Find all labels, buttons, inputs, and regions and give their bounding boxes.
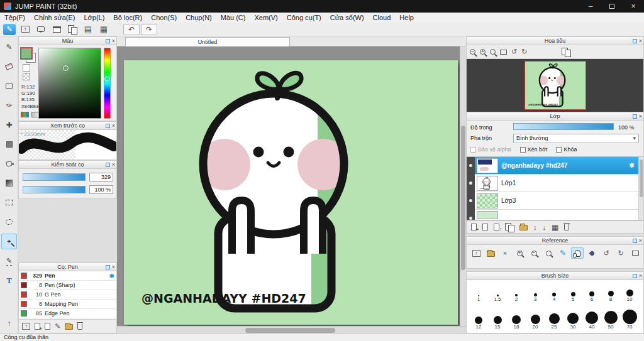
- menu-item-view[interactable]: Xem(V): [250, 13, 282, 23]
- select-pen-tool[interactable]: ✎: [1, 253, 17, 269]
- lock-option[interactable]: Khóa: [556, 146, 577, 153]
- eyedropper-icon[interactable]: [586, 247, 598, 259]
- float-panel-icon[interactable]: [633, 114, 637, 119]
- minimize-button[interactable]: –: [580, 0, 601, 13]
- eye-icon[interactable]: [469, 217, 472, 220]
- lock-checkbox[interactable]: [556, 147, 562, 153]
- navigator-header[interactable]: Hoa tiêu ×: [467, 37, 643, 45]
- brush-opacity-slider[interactable]: [23, 186, 86, 193]
- layer-pages-icon[interactable]: [505, 223, 514, 231]
- layer-scroll-thumb[interactable]: [640, 160, 643, 197]
- close-panel-icon[interactable]: ×: [112, 38, 115, 43]
- navigator-thumbnail[interactable]: [525, 61, 586, 110]
- rotate-left-icon[interactable]: ↺: [600, 247, 613, 259]
- alpha-protect-option[interactable]: Bảo vệ alpha: [470, 146, 511, 153]
- flatten-icon[interactable]: ▦: [552, 223, 558, 232]
- layer-row-lop1[interactable]: Lớp1: [475, 175, 638, 192]
- brush-settings-gear-icon[interactable]: ✱: [109, 273, 114, 279]
- close-panel-icon[interactable]: ×: [639, 238, 642, 243]
- eye-icon[interactable]: [469, 164, 472, 167]
- menu-item-cloud[interactable]: Cloud: [369, 13, 396, 23]
- eye-icon[interactable]: [469, 199, 472, 202]
- flip-view-icon[interactable]: [562, 48, 570, 56]
- duplicate-layer-icon[interactable]: [482, 224, 488, 230]
- eye-icon[interactable]: [469, 181, 472, 185]
- brush-size-option[interactable]: 3: [526, 281, 545, 303]
- close-panel-icon[interactable]: ×: [112, 123, 115, 128]
- brush-opacity-value[interactable]: 100 %: [89, 185, 113, 194]
- pen-tool[interactable]: ✎: [1, 39, 17, 55]
- import-brush-icon[interactable]: ↑: [22, 323, 30, 330]
- menu-item-window[interactable]: Cửa sổ(W): [326, 13, 369, 23]
- brush-control-header[interactable]: Kiểm soát cọ ×: [19, 161, 116, 169]
- open-folder-icon[interactable]: [484, 247, 497, 259]
- menu-item-filter[interactable]: Bộ lọc(R): [109, 13, 147, 23]
- brush-size-option[interactable]: 4: [545, 281, 564, 303]
- menu-item-select[interactable]: Chọn(S): [147, 13, 181, 23]
- layer-row-partial[interactable]: [475, 210, 638, 220]
- zoom-actual-icon[interactable]: [500, 50, 507, 55]
- brush-row-g-pen[interactable]: 10 G Pen: [19, 290, 116, 300]
- delete-brush-icon[interactable]: [77, 323, 82, 330]
- brush-size-option[interactable]: 50: [601, 303, 620, 330]
- brush-size-option[interactable]: 25: [545, 303, 564, 330]
- menu-item-file[interactable]: Tệp(F): [0, 13, 30, 23]
- merge-down-icon[interactable]: ↓: [543, 224, 547, 231]
- layer-row-lop3[interactable]: Lớp3: [475, 192, 638, 210]
- float-panel-icon[interactable]: [633, 239, 637, 243]
- edit-brush-icon[interactable]: ✎: [55, 322, 60, 330]
- brush-size-value[interactable]: 329: [89, 173, 113, 181]
- brush-folder-icon[interactable]: [65, 323, 73, 330]
- comment-icon[interactable]: [35, 24, 47, 35]
- saturation-value-picker[interactable]: [38, 48, 101, 119]
- brush-preview-header[interactable]: Xem trước cọ ×: [19, 122, 116, 130]
- brush-size-option[interactable]: 1: [469, 281, 488, 303]
- saturation-cursor[interactable]: [63, 65, 69, 71]
- float-panel-icon[interactable]: [106, 39, 110, 43]
- pages-icon[interactable]: [66, 24, 79, 35]
- eraser-tool[interactable]: [1, 58, 17, 74]
- clipping-option[interactable]: Xén bớt: [520, 146, 548, 153]
- canvas-vertical-scrollbar[interactable]: [460, 46, 466, 326]
- close-panel-icon[interactable]: ×: [639, 38, 642, 43]
- color-panel-header[interactable]: Màu ×: [19, 37, 116, 45]
- brush-row-pen-sharp[interactable]: 8 Pen (Sharp): [19, 281, 116, 290]
- canvas-horizontal-scrollbar[interactable]: [117, 326, 466, 333]
- import-reference-icon[interactable]: ↑: [470, 247, 482, 259]
- close-button[interactable]: ×: [623, 0, 644, 13]
- zoom-fit-icon[interactable]: [490, 49, 496, 55]
- vertical-scroll-thumb[interactable]: [461, 126, 465, 270]
- menu-item-color[interactable]: Màu (C): [216, 13, 250, 23]
- fill-shape-tool[interactable]: [1, 136, 17, 152]
- brush-size-slider[interactable]: [23, 173, 86, 181]
- magic-wand-tool[interactable]: ✦: [1, 234, 17, 249]
- layer-list-scrollbar[interactable]: [638, 157, 643, 220]
- brush-size-option[interactable]: 12: [469, 303, 488, 330]
- palette-icon[interactable]: [21, 112, 29, 117]
- window-panel-icon[interactable]: [50, 24, 63, 35]
- pencil-icon[interactable]: ✎: [557, 247, 569, 259]
- document-lines-icon[interactable]: ▤: [82, 24, 94, 35]
- move-tool[interactable]: ✚: [1, 117, 17, 133]
- float-panel-icon[interactable]: [633, 274, 637, 278]
- menu-item-capture[interactable]: Chụp(N): [181, 13, 216, 23]
- brush-size-option[interactable]: 2: [507, 281, 526, 303]
- paint-icon[interactable]: ✎: [3, 24, 16, 35]
- menu-item-layer[interactable]: Lớp(L): [79, 13, 109, 23]
- shape-tool[interactable]: [1, 78, 17, 94]
- horizontal-scroll-thumb[interactable]: [245, 328, 335, 333]
- close-panel-icon[interactable]: ×: [112, 264, 115, 269]
- text-tool[interactable]: T: [1, 273, 17, 288]
- canvas-tab-untitled[interactable]: Untitled: [125, 37, 290, 46]
- zoom-fit-icon[interactable]: [542, 247, 555, 259]
- hue-slider[interactable]: [104, 48, 111, 119]
- close-panel-icon[interactable]: ×: [112, 162, 115, 167]
- export-icon[interactable]: ↑: [19, 24, 31, 35]
- brush-size-option[interactable]: 8: [601, 281, 620, 303]
- brush-size-option[interactable]: 15: [488, 303, 507, 330]
- float-panel-icon[interactable]: [633, 39, 637, 43]
- collapse-panel-button[interactable]: ↑: [1, 315, 17, 331]
- brush-size-option[interactable]: 30: [564, 303, 582, 330]
- duplicate-brush-icon[interactable]: [45, 323, 50, 330]
- zoom-in-icon[interactable]: +: [513, 247, 526, 259]
